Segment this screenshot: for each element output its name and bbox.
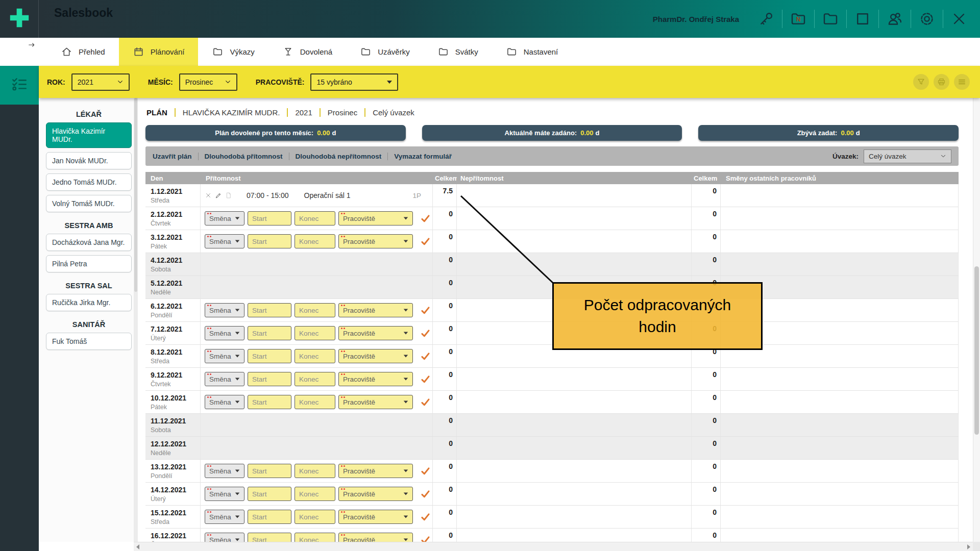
konec-input[interactable]	[295, 395, 335, 409]
confirm-check-icon[interactable]	[420, 397, 431, 408]
users-button[interactable]	[879, 8, 911, 30]
sidebar-person[interactable]: Volný Tomáš MUDr.	[46, 195, 132, 212]
sidebar-person[interactable]: Fuk Tomáš	[46, 333, 132, 350]
key-button[interactable]	[750, 8, 782, 30]
uvazek-select[interactable]: Celý úvazek	[864, 149, 951, 163]
konec-input[interactable]	[295, 234, 335, 248]
smena-select[interactable]: Směna	[205, 464, 244, 478]
presence-cell: SměnaPracoviště	[201, 368, 433, 390]
smena-select[interactable]: Směna	[205, 303, 244, 317]
start-input[interactable]	[248, 349, 291, 363]
vertical-scroll-thumb[interactable]	[974, 266, 979, 435]
tab-plánování[interactable]: Plánování	[119, 38, 199, 66]
konec-input[interactable]	[295, 303, 335, 317]
year-select[interactable]: 2021	[71, 73, 130, 91]
start-input[interactable]	[248, 303, 291, 317]
tab-svátky[interactable]: Svátky	[424, 38, 492, 66]
pracoviste-select[interactable]: Pracoviště	[338, 487, 413, 501]
smena-placeholder: Směna	[209, 307, 231, 314]
confirm-check-icon[interactable]	[420, 512, 431, 522]
smena-select[interactable]: Směna	[205, 510, 244, 524]
smena-select[interactable]: Směna	[205, 326, 244, 340]
tab-přehled[interactable]: Přehled	[47, 38, 119, 66]
start-input[interactable]	[248, 464, 291, 478]
pracoviste-select[interactable]: Pracoviště	[338, 464, 413, 478]
smena-select[interactable]: Směna	[205, 487, 244, 501]
edit-pencil-icon[interactable]	[215, 192, 222, 199]
sidebar-person[interactable]: Pilná Petra	[46, 255, 132, 272]
table-row: 2.12.2021ČtvrtekSměnaPracoviště00	[145, 207, 959, 230]
long-absence-link[interactable]: Dlouhodobá nepřítomnost	[289, 153, 382, 160]
start-input[interactable]	[248, 211, 291, 226]
start-input[interactable]	[248, 487, 291, 501]
remove-icon[interactable]	[205, 192, 212, 199]
tab-dovolená[interactable]: Dovolená	[268, 38, 346, 66]
confirm-check-icon[interactable]	[420, 374, 431, 385]
pracoviste-select[interactable]: Pracoviště	[338, 372, 413, 386]
confirm-check-icon[interactable]	[420, 305, 431, 316]
pracoviste-select[interactable]: Pracoviště	[338, 510, 413, 524]
konec-input[interactable]	[295, 211, 335, 226]
konec-input[interactable]	[295, 326, 335, 340]
pracoviste-select[interactable]: Pracoviště	[338, 326, 413, 340]
confirm-check-icon[interactable]	[420, 351, 431, 362]
start-input[interactable]	[248, 234, 291, 248]
scroll-right-button[interactable]	[967, 544, 970, 549]
scroll-left-button[interactable]	[136, 544, 139, 549]
konec-input[interactable]	[295, 372, 335, 386]
sidebar-scrollbar[interactable]	[134, 98, 138, 542]
settings-button[interactable]	[911, 8, 943, 30]
smena-select[interactable]: Směna	[205, 372, 244, 386]
calendar-icon	[133, 46, 144, 58]
start-input[interactable]	[248, 510, 291, 524]
start-input[interactable]	[248, 326, 291, 340]
horizontal-scrollbar[interactable]	[134, 542, 973, 551]
pracoviste-select[interactable]: Pracoviště	[338, 349, 413, 363]
konec-input[interactable]	[295, 487, 335, 501]
sidebar-person[interactable]: Ručička Jirka Mgr.	[46, 294, 132, 311]
folder-button[interactable]	[815, 8, 846, 30]
confirm-check-icon[interactable]	[420, 489, 431, 499]
folder-icon	[360, 46, 372, 58]
others-shifts-cell	[721, 506, 959, 528]
pracoviste-select[interactable]: Pracoviště	[338, 211, 413, 226]
sidebar-person[interactable]: Hlavička Kazimír MUDr.	[46, 122, 132, 148]
folder-n-button[interactable]: N	[782, 8, 814, 30]
confirm-check-icon[interactable]	[420, 328, 431, 339]
month-select[interactable]: Prosinec	[179, 73, 237, 91]
smena-select[interactable]: Směna	[205, 234, 244, 248]
pracoviste-select[interactable]: Pracoviště	[338, 395, 413, 409]
tab-výkazy[interactable]: Výkazy	[198, 38, 268, 66]
tab-uzávěrky[interactable]: Uzávěrky	[346, 38, 424, 66]
menu-button[interactable]	[954, 74, 970, 90]
filter-button[interactable]	[913, 74, 929, 90]
collapse-arrow-icon[interactable]	[28, 41, 36, 51]
maximize-button[interactable]	[847, 8, 878, 30]
konec-input[interactable]	[295, 510, 335, 524]
workplace-select[interactable]: 15 vybráno	[310, 73, 398, 91]
konec-input[interactable]	[295, 349, 335, 363]
planning-list-tile[interactable]	[0, 66, 39, 105]
vertical-scrollbar[interactable]	[973, 98, 980, 542]
smena-select[interactable]: Směna	[205, 211, 244, 226]
confirm-check-icon[interactable]	[420, 466, 431, 477]
close-plan-link[interactable]: Uzavřít plán	[153, 153, 192, 160]
konec-input[interactable]	[295, 464, 335, 478]
print-button[interactable]	[934, 74, 949, 90]
smena-select[interactable]: Směna	[205, 395, 244, 409]
start-input[interactable]	[248, 395, 291, 409]
confirm-check-icon[interactable]	[420, 213, 431, 224]
close-button[interactable]	[943, 8, 975, 30]
pracoviste-select[interactable]: Pracoviště	[338, 303, 413, 317]
sidebar-person[interactable]: Jan Novák MUDr.	[46, 152, 132, 169]
sidebar-person[interactable]: Jedno Tomáš MUDr.	[46, 173, 132, 191]
clear-form-link[interactable]: Vymazat formulář	[387, 153, 452, 160]
pracoviste-select[interactable]: Pracoviště	[338, 234, 413, 248]
sidebar-person[interactable]: Docházková Jana Mgr.	[46, 234, 132, 251]
confirm-check-icon[interactable]	[420, 236, 431, 247]
long-presence-link[interactable]: Dlouhodobá přítomnost	[198, 153, 283, 160]
start-input[interactable]	[248, 372, 291, 386]
tab-nastavení[interactable]: Nastavení	[492, 38, 572, 66]
smena-select[interactable]: Směna	[205, 349, 244, 363]
copy-page-icon[interactable]	[225, 192, 232, 199]
